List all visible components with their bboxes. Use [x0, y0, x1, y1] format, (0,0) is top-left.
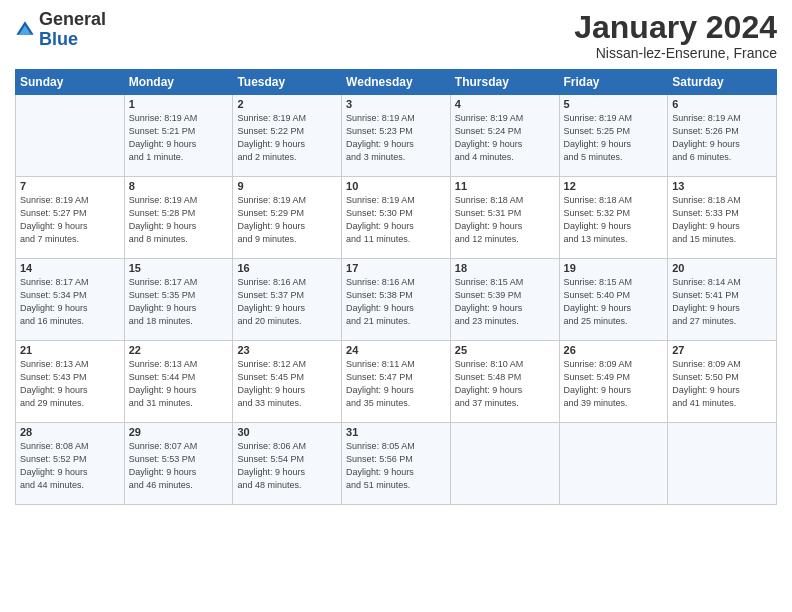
day-cell: 11Sunrise: 8:18 AM Sunset: 5:31 PM Dayli… [450, 177, 559, 259]
day-info: Sunrise: 8:09 AM Sunset: 5:50 PM Dayligh… [672, 358, 772, 410]
day-cell: 18Sunrise: 8:15 AM Sunset: 5:39 PM Dayli… [450, 259, 559, 341]
day-number: 6 [672, 98, 772, 110]
day-number: 30 [237, 426, 337, 438]
day-cell: 21Sunrise: 8:13 AM Sunset: 5:43 PM Dayli… [16, 341, 125, 423]
location-subtitle: Nissan-lez-Enserune, France [574, 45, 777, 61]
day-info: Sunrise: 8:19 AM Sunset: 5:23 PM Dayligh… [346, 112, 446, 164]
day-number: 15 [129, 262, 229, 274]
day-info: Sunrise: 8:18 AM Sunset: 5:32 PM Dayligh… [564, 194, 664, 246]
day-info: Sunrise: 8:19 AM Sunset: 5:24 PM Dayligh… [455, 112, 555, 164]
day-info: Sunrise: 8:08 AM Sunset: 5:52 PM Dayligh… [20, 440, 120, 492]
day-info: Sunrise: 8:19 AM Sunset: 5:22 PM Dayligh… [237, 112, 337, 164]
day-cell: 26Sunrise: 8:09 AM Sunset: 5:49 PM Dayli… [559, 341, 668, 423]
day-cell: 17Sunrise: 8:16 AM Sunset: 5:38 PM Dayli… [342, 259, 451, 341]
page-container: General Blue January 2024 Nissan-lez-Ens… [0, 0, 792, 515]
day-number: 5 [564, 98, 664, 110]
day-number: 16 [237, 262, 337, 274]
col-header-friday: Friday [559, 70, 668, 95]
day-cell: 16Sunrise: 8:16 AM Sunset: 5:37 PM Dayli… [233, 259, 342, 341]
header-row: SundayMondayTuesdayWednesdayThursdayFrid… [16, 70, 777, 95]
day-cell: 6Sunrise: 8:19 AM Sunset: 5:26 PM Daylig… [668, 95, 777, 177]
day-info: Sunrise: 8:06 AM Sunset: 5:54 PM Dayligh… [237, 440, 337, 492]
day-info: Sunrise: 8:18 AM Sunset: 5:33 PM Dayligh… [672, 194, 772, 246]
col-header-monday: Monday [124, 70, 233, 95]
day-cell: 5Sunrise: 8:19 AM Sunset: 5:25 PM Daylig… [559, 95, 668, 177]
header: General Blue January 2024 Nissan-lez-Ens… [15, 10, 777, 61]
day-info: Sunrise: 8:17 AM Sunset: 5:34 PM Dayligh… [20, 276, 120, 328]
day-cell: 1Sunrise: 8:19 AM Sunset: 5:21 PM Daylig… [124, 95, 233, 177]
day-cell: 9Sunrise: 8:19 AM Sunset: 5:29 PM Daylig… [233, 177, 342, 259]
day-info: Sunrise: 8:05 AM Sunset: 5:56 PM Dayligh… [346, 440, 446, 492]
col-header-saturday: Saturday [668, 70, 777, 95]
day-info: Sunrise: 8:15 AM Sunset: 5:39 PM Dayligh… [455, 276, 555, 328]
logo-blue: Blue [39, 29, 78, 49]
day-cell: 7Sunrise: 8:19 AM Sunset: 5:27 PM Daylig… [16, 177, 125, 259]
day-cell [450, 423, 559, 505]
day-number: 22 [129, 344, 229, 356]
day-info: Sunrise: 8:13 AM Sunset: 5:44 PM Dayligh… [129, 358, 229, 410]
day-info: Sunrise: 8:19 AM Sunset: 5:28 PM Dayligh… [129, 194, 229, 246]
day-number: 28 [20, 426, 120, 438]
day-number: 12 [564, 180, 664, 192]
day-number: 8 [129, 180, 229, 192]
day-cell: 29Sunrise: 8:07 AM Sunset: 5:53 PM Dayli… [124, 423, 233, 505]
day-info: Sunrise: 8:12 AM Sunset: 5:45 PM Dayligh… [237, 358, 337, 410]
day-number: 26 [564, 344, 664, 356]
day-cell: 27Sunrise: 8:09 AM Sunset: 5:50 PM Dayli… [668, 341, 777, 423]
day-info: Sunrise: 8:19 AM Sunset: 5:27 PM Dayligh… [20, 194, 120, 246]
day-info: Sunrise: 8:14 AM Sunset: 5:41 PM Dayligh… [672, 276, 772, 328]
col-header-wednesday: Wednesday [342, 70, 451, 95]
day-cell [668, 423, 777, 505]
day-cell: 2Sunrise: 8:19 AM Sunset: 5:22 PM Daylig… [233, 95, 342, 177]
day-cell: 13Sunrise: 8:18 AM Sunset: 5:33 PM Dayli… [668, 177, 777, 259]
day-number: 18 [455, 262, 555, 274]
week-row-2: 7Sunrise: 8:19 AM Sunset: 5:27 PM Daylig… [16, 177, 777, 259]
day-info: Sunrise: 8:07 AM Sunset: 5:53 PM Dayligh… [129, 440, 229, 492]
month-title: January 2024 [574, 10, 777, 45]
day-info: Sunrise: 8:16 AM Sunset: 5:37 PM Dayligh… [237, 276, 337, 328]
col-header-thursday: Thursday [450, 70, 559, 95]
day-info: Sunrise: 8:10 AM Sunset: 5:48 PM Dayligh… [455, 358, 555, 410]
col-header-sunday: Sunday [16, 70, 125, 95]
day-cell: 19Sunrise: 8:15 AM Sunset: 5:40 PM Dayli… [559, 259, 668, 341]
day-cell: 22Sunrise: 8:13 AM Sunset: 5:44 PM Dayli… [124, 341, 233, 423]
day-info: Sunrise: 8:11 AM Sunset: 5:47 PM Dayligh… [346, 358, 446, 410]
day-number: 31 [346, 426, 446, 438]
day-cell: 23Sunrise: 8:12 AM Sunset: 5:45 PM Dayli… [233, 341, 342, 423]
day-number: 19 [564, 262, 664, 274]
day-info: Sunrise: 8:19 AM Sunset: 5:26 PM Dayligh… [672, 112, 772, 164]
day-info: Sunrise: 8:19 AM Sunset: 5:25 PM Dayligh… [564, 112, 664, 164]
logo-icon [15, 20, 35, 40]
logo: General Blue [15, 10, 106, 50]
day-number: 13 [672, 180, 772, 192]
day-info: Sunrise: 8:13 AM Sunset: 5:43 PM Dayligh… [20, 358, 120, 410]
day-cell: 10Sunrise: 8:19 AM Sunset: 5:30 PM Dayli… [342, 177, 451, 259]
week-row-4: 21Sunrise: 8:13 AM Sunset: 5:43 PM Dayli… [16, 341, 777, 423]
day-number: 7 [20, 180, 120, 192]
day-number: 21 [20, 344, 120, 356]
day-cell [16, 95, 125, 177]
day-info: Sunrise: 8:19 AM Sunset: 5:30 PM Dayligh… [346, 194, 446, 246]
day-number: 9 [237, 180, 337, 192]
day-cell: 20Sunrise: 8:14 AM Sunset: 5:41 PM Dayli… [668, 259, 777, 341]
col-header-tuesday: Tuesday [233, 70, 342, 95]
day-number: 1 [129, 98, 229, 110]
calendar-table: SundayMondayTuesdayWednesdayThursdayFrid… [15, 69, 777, 505]
day-cell: 28Sunrise: 8:08 AM Sunset: 5:52 PM Dayli… [16, 423, 125, 505]
day-info: Sunrise: 8:16 AM Sunset: 5:38 PM Dayligh… [346, 276, 446, 328]
day-cell: 8Sunrise: 8:19 AM Sunset: 5:28 PM Daylig… [124, 177, 233, 259]
day-number: 3 [346, 98, 446, 110]
day-cell: 15Sunrise: 8:17 AM Sunset: 5:35 PM Dayli… [124, 259, 233, 341]
day-info: Sunrise: 8:19 AM Sunset: 5:29 PM Dayligh… [237, 194, 337, 246]
day-info: Sunrise: 8:15 AM Sunset: 5:40 PM Dayligh… [564, 276, 664, 328]
day-number: 24 [346, 344, 446, 356]
day-info: Sunrise: 8:19 AM Sunset: 5:21 PM Dayligh… [129, 112, 229, 164]
day-number: 20 [672, 262, 772, 274]
day-cell: 3Sunrise: 8:19 AM Sunset: 5:23 PM Daylig… [342, 95, 451, 177]
logo-text: General Blue [39, 10, 106, 50]
week-row-1: 1Sunrise: 8:19 AM Sunset: 5:21 PM Daylig… [16, 95, 777, 177]
day-cell: 25Sunrise: 8:10 AM Sunset: 5:48 PM Dayli… [450, 341, 559, 423]
logo-general: General [39, 9, 106, 29]
day-cell: 31Sunrise: 8:05 AM Sunset: 5:56 PM Dayli… [342, 423, 451, 505]
title-block: January 2024 Nissan-lez-Enserune, France [574, 10, 777, 61]
